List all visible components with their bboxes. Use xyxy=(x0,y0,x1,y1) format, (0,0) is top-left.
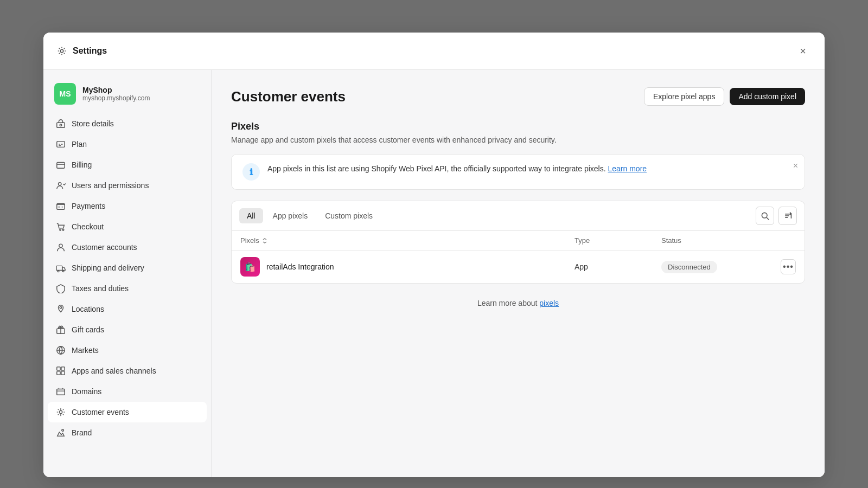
sidebar-item-label-billing: Billing xyxy=(72,160,92,169)
col-actions xyxy=(770,236,796,245)
section-title: Pixels xyxy=(231,121,805,132)
sidebar-item-label-plan: Plan xyxy=(72,140,87,149)
svg-rect-21 xyxy=(57,389,65,395)
sidebar-item-label-checkout: Checkout xyxy=(72,222,104,231)
page-title: Customer events xyxy=(231,88,346,105)
row-actions: ••• xyxy=(770,259,796,274)
sidebar-item-label-brand: Brand xyxy=(72,428,92,437)
table-row: 🛍️ retailAds Integration App Disconnecte… xyxy=(232,251,805,283)
pixels-link[interactable]: pixels xyxy=(539,299,559,307)
sidebar-item-store-details[interactable]: Store details xyxy=(48,113,207,134)
pixel-name: retailAds Integration xyxy=(266,262,334,271)
apps-sales-channels-icon xyxy=(55,365,66,376)
settings-modal: Settings × MS MyShop myshop.myshopify.co… xyxy=(43,33,825,477)
close-button[interactable]: × xyxy=(794,42,812,60)
main-content: Customer events Explore pixel apps Add c… xyxy=(212,70,825,477)
modal-header: Settings × xyxy=(43,33,825,70)
modal-body: MS MyShop myshop.myshopify.com Store det… xyxy=(43,70,825,477)
svg-point-23 xyxy=(62,429,64,432)
sort-button[interactable] xyxy=(778,207,797,225)
sidebar-item-shipping-delivery[interactable]: Shipping and delivery xyxy=(48,258,207,278)
sidebar-item-users-permissions[interactable]: Users and permissions xyxy=(48,175,207,196)
sidebar-item-plan[interactable]: Plan xyxy=(48,134,207,155)
sidebar-item-label-users-permissions: Users and permissions xyxy=(72,181,149,190)
learn-more-link[interactable]: Learn more xyxy=(608,164,647,173)
search-button[interactable] xyxy=(756,207,774,225)
pixels-table: Pixels Type Status xyxy=(231,230,805,284)
svg-point-9 xyxy=(59,244,62,247)
sidebar-item-apps-sales-channels[interactable]: Apps and sales channels xyxy=(48,361,207,381)
tab-all[interactable]: All xyxy=(239,208,263,223)
brand-icon xyxy=(55,427,66,438)
modal-backdrop: Settings × MS MyShop myshop.myshopify.co… xyxy=(0,0,868,488)
sidebar-item-domains[interactable]: Domains xyxy=(48,381,207,402)
col-pixels[interactable]: Pixels xyxy=(240,236,575,245)
svg-rect-18 xyxy=(61,367,65,370)
sidebar-item-checkout[interactable]: Checkout xyxy=(48,216,207,237)
sidebar-item-payments[interactable]: Payments xyxy=(48,196,207,216)
sidebar-item-taxes-duties[interactable]: Taxes and duties xyxy=(48,278,207,299)
table-header: Pixels Type Status xyxy=(232,231,805,251)
col-type: Type xyxy=(575,236,661,245)
sidebar-item-label-shipping-delivery: Shipping and delivery xyxy=(72,264,144,272)
sidebar-item-gift-cards[interactable]: Gift cards xyxy=(48,319,207,340)
shipping-delivery-icon xyxy=(55,262,66,273)
sidebar-item-customer-events[interactable]: Customer events xyxy=(48,402,207,422)
svg-point-12 xyxy=(62,271,64,272)
locations-icon xyxy=(55,304,66,314)
sidebar-item-label-customer-events: Customer events xyxy=(72,408,129,416)
modal-title: Settings xyxy=(73,46,107,56)
gift-cards-icon xyxy=(55,324,66,335)
svg-point-5 xyxy=(59,183,61,185)
sidebar-item-label-gift-cards: Gift cards xyxy=(72,325,104,334)
info-banner-close-button[interactable]: × xyxy=(793,161,798,171)
svg-point-2 xyxy=(60,124,62,126)
info-icon: ℹ xyxy=(242,163,260,181)
shop-info: MyShop myshop.myshopify.com xyxy=(82,86,150,102)
pixel-name-cell: 🛍️ retailAds Integration xyxy=(240,257,575,277)
svg-rect-17 xyxy=(57,367,60,370)
customer-events-icon xyxy=(55,407,66,418)
pixels-section: Pixels Manage app and custom pixels that… xyxy=(231,121,805,312)
plan-icon xyxy=(55,139,66,150)
svg-line-25 xyxy=(767,217,769,220)
sidebar: MS MyShop myshop.myshopify.com Store det… xyxy=(43,70,212,477)
info-banner-text: App pixels in this list are using Shopif… xyxy=(267,163,647,175)
status-badge: Disconnected xyxy=(661,261,717,273)
shop-avatar: MS xyxy=(54,83,76,105)
billing-icon xyxy=(55,159,66,170)
filter-bar: AllApp pixelsCustom pixels xyxy=(231,201,805,230)
customer-accounts-icon xyxy=(55,242,66,253)
explore-pixel-apps-button[interactable]: Explore pixel apps xyxy=(644,87,724,106)
sidebar-nav: Store detailsPlanBillingUsers and permis… xyxy=(48,113,207,443)
markets-icon xyxy=(55,345,66,356)
tab-app-pixels[interactable]: App pixels xyxy=(265,208,316,223)
add-custom-pixel-button[interactable]: Add custom pixel xyxy=(730,88,805,105)
checkout-icon xyxy=(55,221,66,232)
row-more-button[interactable]: ••• xyxy=(781,259,796,274)
tabs-container: AllApp pixelsCustom pixels xyxy=(239,208,380,223)
pixel-logo: 🛍️ xyxy=(240,257,260,277)
sidebar-item-label-locations: Locations xyxy=(72,305,104,313)
pixel-type: App xyxy=(575,262,661,271)
svg-point-13 xyxy=(60,307,62,309)
sidebar-item-label-markets: Markets xyxy=(72,346,99,355)
svg-rect-4 xyxy=(57,163,65,169)
sidebar-item-billing[interactable]: Billing xyxy=(48,155,207,175)
svg-rect-20 xyxy=(61,371,65,375)
sidebar-item-customer-accounts[interactable]: Customer accounts xyxy=(48,237,207,258)
info-banner: ℹ App pixels in this list are using Shop… xyxy=(231,154,805,190)
svg-rect-19 xyxy=(57,371,60,375)
section-desc: Manage app and custom pixels that access… xyxy=(231,136,805,144)
shop-domain: myshop.myshopify.com xyxy=(82,94,150,102)
sidebar-item-markets[interactable]: Markets xyxy=(48,340,207,361)
svg-point-7 xyxy=(60,229,61,231)
learn-more-footer: Learn more about pixels xyxy=(231,284,805,312)
tab-custom-pixels[interactable]: Custom pixels xyxy=(317,208,380,223)
col-status: Status xyxy=(661,236,770,245)
sidebar-item-locations[interactable]: Locations xyxy=(48,299,207,319)
sidebar-item-brand[interactable]: Brand xyxy=(48,422,207,443)
svg-point-11 xyxy=(58,271,59,272)
svg-rect-10 xyxy=(56,266,62,270)
svg-point-22 xyxy=(59,410,62,413)
